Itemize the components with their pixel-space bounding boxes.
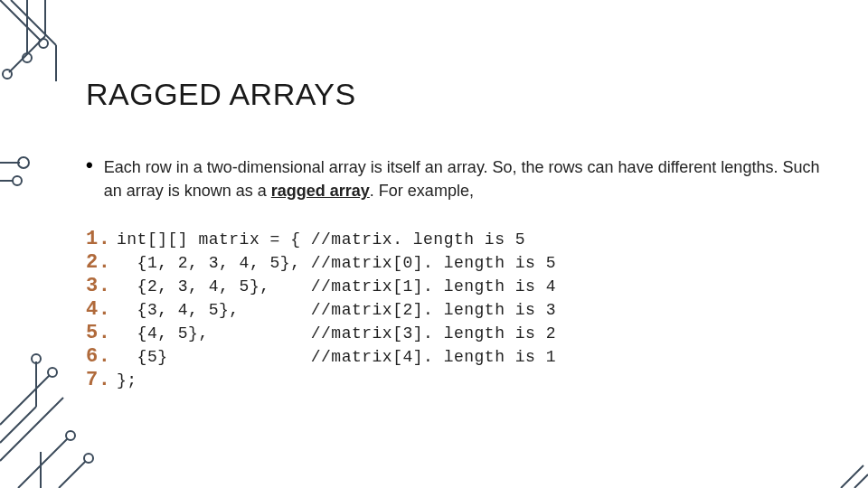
bullet-suffix: . For example, — [370, 182, 474, 200]
svg-point-20 — [66, 431, 75, 440]
bullet-bold-term: ragged array — [271, 182, 370, 200]
svg-line-19 — [18, 438, 68, 488]
slide-content: RAGGED ARRAYS • Each row in a two-dimens… — [86, 77, 827, 392]
svg-line-2 — [11, 0, 56, 45]
line-number: 3. — [86, 275, 117, 298]
svg-line-24 — [841, 465, 863, 488]
code-text: {4, 5}, //matrix[3]. length is 2 — [117, 322, 556, 345]
svg-point-23 — [84, 454, 93, 463]
code-text: {2, 3, 4, 5}, //matrix[1]. length is 4 — [117, 275, 556, 298]
svg-line-13 — [0, 375, 50, 425]
line-number: 4. — [86, 298, 117, 322]
svg-line-0 — [0, 0, 41, 41]
svg-line-15 — [0, 407, 36, 443]
svg-point-12 — [13, 176, 22, 185]
line-number: 7. — [86, 369, 117, 392]
line-number: 6. — [86, 345, 117, 369]
svg-point-8 — [3, 70, 12, 79]
svg-line-18 — [0, 398, 63, 461]
code-line: 7. }; — [86, 369, 827, 392]
bullet-item: • Each row in a two-dimensional array is… — [86, 155, 827, 202]
svg-line-25 — [854, 474, 868, 488]
code-line: 2. {1, 2, 3, 4, 5}, //matrix[0]. length … — [86, 251, 827, 275]
code-line: 5. {4, 5}, //matrix[3]. length is 2 — [86, 322, 827, 345]
svg-point-10 — [18, 157, 29, 168]
svg-line-22 — [59, 461, 86, 488]
code-line: 6. {5} //matrix[4]. length is 1 — [86, 345, 827, 369]
code-text: }; — [117, 369, 137, 392]
line-number: 2. — [86, 251, 117, 275]
code-text: int[][] matrix = { //matrix. length is 5 — [117, 228, 525, 251]
bullet-text: Each row in a two-dimensional array is i… — [104, 155, 827, 202]
code-line: 3. {2, 3, 4, 5}, //matrix[1]. length is … — [86, 275, 827, 298]
line-number: 1. — [86, 228, 117, 251]
line-number: 5. — [86, 322, 117, 345]
svg-point-5 — [23, 53, 32, 62]
code-line: 4. {3, 4, 5}, //matrix[2]. length is 3 — [86, 298, 827, 322]
slide-title: RAGGED ARRAYS — [86, 77, 827, 112]
code-block: 1. int[][] matrix = { //matrix. length i… — [86, 228, 827, 392]
bullet-dot-icon: • — [86, 155, 93, 175]
code-text: {3, 4, 5}, //matrix[2]. length is 3 — [117, 298, 556, 322]
svg-point-17 — [32, 354, 41, 363]
code-text: {1, 2, 3, 4, 5}, //matrix[0]. length is … — [117, 251, 556, 275]
svg-line-7 — [9, 36, 45, 72]
svg-point-1 — [39, 39, 48, 48]
code-text: {5} //matrix[4]. length is 1 — [117, 345, 556, 369]
svg-point-14 — [48, 368, 57, 377]
code-line: 1. int[][] matrix = { //matrix. length i… — [86, 228, 827, 251]
